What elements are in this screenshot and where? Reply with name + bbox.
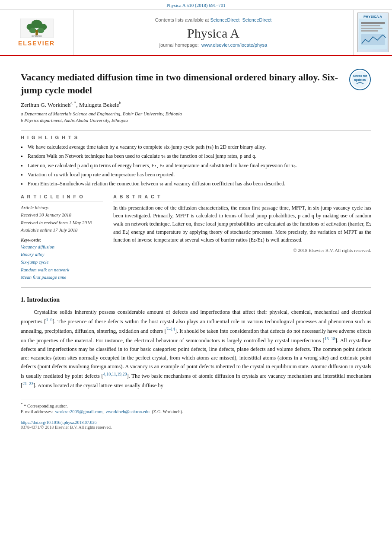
journal-homepage: journal homepage: www.elsevier.com/locat…: [159, 42, 267, 48]
svg-text:Check for: Check for: [353, 74, 367, 77]
elsevier-wordmark: ELSEVIER: [18, 40, 55, 47]
main-content: Vacancy mediated diffusion time in two d…: [0, 56, 392, 438]
elsevier-tree-icon: ELSEVIER: [19, 19, 54, 38]
contents-text: Contents lists available at: [155, 17, 209, 22]
kw-5: Mean first passage time: [21, 274, 103, 281]
email-suffix: (Z.G. Workineh).: [152, 409, 183, 414]
article-info-label: A R T I C L E I N F O: [21, 194, 103, 201]
doi-bar: Physica A 510 (2018) 691–701: [0, 0, 392, 10]
ref-21-23[interactable]: 21–23: [22, 381, 33, 386]
svg-rect-11: [361, 28, 382, 29]
email2-link[interactable]: zworkineh@uakron.edu: [106, 409, 150, 414]
revised-date: Received in revised form 1 May 2018: [21, 219, 103, 226]
journal-thumbnail-section: PHYSICA A: [353, 10, 392, 55]
email-footnote: E-mail addresses: workzer2005@gmail.com,…: [21, 409, 371, 414]
highlight-item-4: Variation of τ₆ with local jump rate and…: [21, 171, 371, 178]
authors-line: Zerihun G. Workineha, *, Mulugeta Bekele…: [21, 101, 342, 108]
keywords-list: Vacancy diffusion Binary alloy Six-jump …: [21, 243, 103, 281]
history-label: Article history:: [21, 204, 103, 211]
journal-title-header: Physica A: [187, 26, 239, 41]
journal-center: Contents lists available at ScienceDirec…: [73, 10, 353, 55]
author2-sup: b: [119, 101, 121, 105]
highlight-item-5: From Einstein–Smoluchowski relation the …: [21, 180, 371, 188]
article-history: Article history: Received 30 January 201…: [21, 204, 103, 234]
doi-link[interactable]: https://doi.org/10.1016/j.physa.2018.07.…: [21, 420, 96, 425]
page: Physica A 510 (2018) 691–701 ELSEVIER EL: [0, 0, 392, 535]
homepage-prefix: journal homepage:: [159, 42, 199, 48]
footer-doi: https://doi.org/10.1016/j.physa.2018.07.…: [21, 420, 371, 425]
svg-text:updates: updates: [354, 78, 366, 82]
highlights-label: H I G H L I G H T S: [21, 135, 371, 140]
ref-1-6[interactable]: 1–6: [46, 317, 52, 322]
highlights-list: We have calculated average time taken by…: [21, 143, 371, 188]
highlight-item-1: We have calculated average time taken by…: [21, 143, 371, 151]
email-label: E-mail addresses:: [21, 409, 53, 414]
kw-3: Six-jump cycle: [21, 258, 103, 266]
ref-7-14[interactable]: 7–14: [166, 327, 175, 331]
highlights-divider: [21, 130, 371, 131]
abstract-text: In this presentation one of the diffusio…: [113, 204, 371, 244]
title-section: Vacancy mediated diffusion time in two d…: [21, 65, 371, 124]
author2: , Mulugeta Bekele: [76, 102, 119, 108]
star-note: * Corresponding author.: [24, 403, 68, 408]
received-date: Received 30 January 2018: [21, 211, 103, 219]
abstract-col: A B S T R A C T In this presentation one…: [113, 194, 371, 281]
kw-2: Binary alloy: [21, 251, 103, 258]
thumb-image-icon: [359, 19, 387, 49]
svg-rect-6: [35, 30, 38, 35]
highlight-item-3: Later on, we calculated p and q in terms…: [21, 162, 371, 169]
footer-issn: 0378-4371/© 2018 Elsevier B.V. All right…: [21, 425, 371, 430]
svg-point-4: [29, 28, 36, 33]
kw-1: Vacancy diffusion: [21, 243, 103, 251]
homepage-url[interactable]: www.elsevier.com/locate/physa: [201, 42, 267, 48]
kw-4: Random walk on network: [21, 266, 103, 274]
ref-15-18[interactable]: 15–18: [325, 336, 335, 341]
article-title-text: Vacancy mediated diffusion time in two d…: [21, 71, 342, 96]
sciencedirect-link[interactable]: ScienceDirect: [210, 17, 239, 22]
svg-rect-12: [361, 30, 378, 32]
svg-point-5: [37, 28, 44, 33]
email1-link[interactable]: workzer2005@gmail.com: [55, 409, 103, 414]
article-info-col: A R T I C L E I N F O Article history: R…: [21, 194, 103, 281]
copyright-line: © 2018 Elsevier B.V. All rights reserved…: [113, 248, 371, 253]
intro-divider: [21, 287, 371, 288]
intro-heading: 1. Introduction: [21, 296, 371, 303]
affiliation-b: b Physics department, Addis Ababa Univer…: [21, 118, 342, 123]
journal-header: ELSEVIER ELSEVIER Contents lists availab…: [0, 10, 392, 56]
footer-section: https://doi.org/10.1016/j.physa.2018.07.…: [21, 420, 371, 430]
thumb-title: PHYSICA A: [363, 15, 382, 19]
physica-thumbnail: PHYSICA A: [357, 13, 389, 52]
check-updates-badge: Check for updates: [349, 68, 371, 92]
ref-4-20[interactable]: 4,10,11,19,20: [103, 372, 127, 376]
elsevier-logo: ELSEVIER ELSEVIER: [18, 19, 55, 47]
doi-text: Physica A 510 (2018) 691–701: [166, 3, 225, 8]
keywords-label: Keywords:: [21, 237, 103, 242]
author1: Zerihun G. Workineh: [21, 102, 70, 108]
author1-sup: a, *: [70, 101, 76, 105]
highlight-item-2: Random Walk on Network technique has bee…: [21, 153, 371, 160]
introduction-section: 1. Introduction Crystalline solids inher…: [21, 296, 371, 390]
intro-paragraph-1: Crystalline solids inherently possess co…: [21, 308, 371, 390]
article-title: Vacancy mediated diffusion time in two d…: [21, 65, 342, 124]
svg-rect-10: [361, 25, 380, 26]
elsevier-logo-section: ELSEVIER ELSEVIER: [0, 10, 73, 55]
available-date: Available online 17 July 2018: [21, 226, 103, 234]
corresponding-author-note: * * Corresponding author.: [21, 402, 371, 408]
info-abstract-section: A R T I C L E I N F O Article history: R…: [21, 194, 371, 281]
svg-rect-9: [361, 22, 385, 24]
footnote-divider: [21, 399, 371, 399]
affiliation-a: a Department of Materials Science and En…: [21, 111, 342, 116]
contents-line: Contents lists available at ScienceDirec…: [155, 17, 272, 22]
svg-text:ELSEVIER: ELSEVIER: [32, 35, 42, 37]
abstract-label: A B S T R A C T: [113, 194, 371, 201]
check-updates-icon: Check for updates: [349, 68, 371, 91]
